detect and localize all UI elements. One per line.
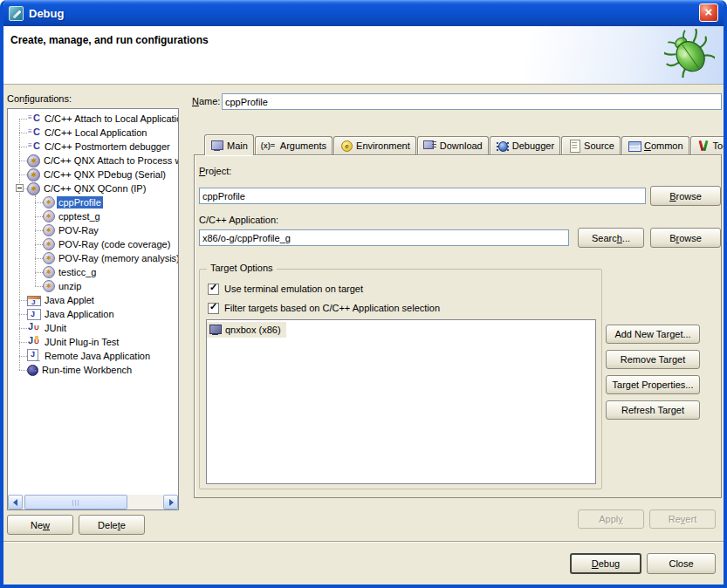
target-buttons-column: Add New Target...Remove TargetTarget Pro… — [606, 325, 700, 426]
tree-item-pov-ray-memory-analysis[interactable]: POV-Ray (memory analysis) — [8, 251, 178, 265]
qnx-config-icon — [43, 280, 55, 292]
tree-item-c-c-qnx-attach-to-process-w[interactable]: C/C++ QNX Attach to Process w — [8, 154, 178, 168]
tree-item-label: unzip — [57, 280, 83, 292]
args-icon — [261, 139, 278, 153]
qnx-config-icon — [43, 224, 55, 236]
tab-label: Source — [584, 140, 614, 151]
tree-item-label: Run-time Workbench — [40, 364, 134, 376]
tree-item-label: POV-Ray (code coverage) — [57, 238, 172, 250]
tree-item-junit[interactable]: JUnit — [8, 321, 178, 335]
dialog-body: Configurations: C/C++ Attach to Local Ap… — [3, 85, 724, 541]
terminal-emulation-checkbox[interactable] — [208, 284, 219, 295]
tree-item-c-c-qnx-qconn-ip[interactable]: C/C++ QNX QConn (IP) — [8, 181, 178, 195]
tab-bar: MainArgumentsEnvironmentDownloadDebugger… — [204, 134, 727, 155]
tree-item-label: Java Application — [43, 308, 116, 320]
tab-main[interactable]: Main — [204, 134, 254, 155]
tree-item-label: JUnit Plug-in Test — [43, 336, 120, 348]
tree-item-unzip[interactable]: unzip — [8, 279, 178, 293]
search-button[interactable]: Search... — [578, 228, 644, 248]
tree-item-label: Java Applet — [43, 294, 96, 306]
tab-arguments[interactable]: Arguments — [255, 136, 333, 154]
tab-source[interactable]: Source — [561, 136, 621, 154]
tree-item-remote-java-application[interactable]: Remote Java Application — [8, 349, 178, 363]
tree-item-java-applet[interactable]: Java Applet — [8, 293, 178, 307]
scrollbar-track[interactable] — [23, 495, 163, 509]
qnx-config-icon — [43, 196, 55, 209]
title-bar[interactable]: Debug × — [3, 0, 724, 26]
tree-item-c-c-local-application[interactable]: C/C++ Local Application — [8, 126, 178, 140]
targets-list[interactable]: qnxbox (x86) — [206, 319, 596, 484]
tab-debugger[interactable]: Debugger — [490, 136, 560, 154]
java-app-icon — [27, 309, 41, 320]
qnx-config-icon — [43, 210, 55, 222]
delete-button[interactable]: Delete — [79, 515, 145, 535]
tree-item-pov-ray-code-coverage[interactable]: POV-Ray (code coverage) — [8, 237, 178, 251]
browse-application-button[interactable]: Browse — [650, 228, 721, 248]
tree-item-label: JUnit — [43, 322, 68, 334]
tab-tools[interactable]: Tools — [690, 136, 727, 154]
qnx-target-icon — [27, 154, 40, 168]
tab-label: Debugger — [512, 140, 554, 151]
target-list-item-qnxbox-x86[interactable]: qnxbox (x86) — [207, 322, 286, 338]
tree-item-label: C/C++ Local Application — [43, 126, 148, 139]
filter-targets-checkbox[interactable] — [208, 303, 219, 314]
tree-item-c-c-attach-to-local-applicatio[interactable]: C/C++ Attach to Local Applicatio — [8, 112, 178, 126]
junit-icon — [27, 321, 41, 335]
target-options-title: Target Options — [207, 263, 277, 273]
tab-environment[interactable]: Environment — [333, 136, 416, 154]
name-input[interactable] — [222, 93, 722, 110]
tree-item-pov-ray[interactable]: POV-Ray — [8, 223, 178, 237]
browse-project-button[interactable]: Browse — [650, 186, 721, 206]
new-button[interactable]: New — [7, 515, 73, 535]
refresh-target-button[interactable]: Refresh Target — [606, 400, 700, 420]
scroll-left-arrow-icon[interactable] — [8, 495, 23, 509]
configurations-label: Configurations: — [7, 93, 72, 104]
scrollbar-thumb[interactable] — [24, 495, 127, 509]
config-tree[interactable]: C/C++ Attach to Local ApplicatioC/C++ Lo… — [7, 108, 179, 510]
tab-common[interactable]: Common — [621, 136, 689, 154]
monitor-icon — [210, 139, 224, 153]
application-input[interactable] — [199, 229, 569, 246]
close-icon[interactable]: × — [699, 3, 718, 22]
tree-item-cpptest-g[interactable]: cpptest_g — [8, 209, 178, 223]
qnx-config-icon — [43, 238, 55, 250]
tree-item-label: POV-Ray — [57, 224, 100, 236]
apply-button[interactable]: Apply — [578, 509, 644, 529]
env-icon — [339, 139, 353, 153]
tab-download[interactable]: Download — [417, 136, 489, 154]
tree-item-c-c-postmortem-debugger[interactable]: C/C++ Postmortem debugger — [8, 140, 178, 154]
tree-item-cppprofile[interactable]: cppProfile — [8, 195, 178, 209]
tree-item-label: C/C++ Postmortem debugger — [43, 140, 172, 153]
scroll-right-arrow-icon[interactable] — [163, 495, 178, 509]
workbench-icon — [27, 365, 38, 376]
name-label: Name: — [192, 96, 220, 106]
filter-targets-checkbox-row: Filter targets based on C/C++ Applicatio… — [208, 301, 440, 315]
tab-label: Arguments — [280, 140, 326, 151]
debugger-icon — [496, 139, 510, 153]
tree-collapse-minus-icon[interactable] — [16, 184, 24, 192]
tree-item-testicc-g[interactable]: testicc_g — [8, 265, 178, 279]
tree-item-junit-plug-in-test[interactable]: JUnit Plug-in Test — [8, 335, 178, 349]
target-properties-button[interactable]: Target Properties... — [606, 375, 700, 394]
junit-plugin-icon — [27, 335, 41, 349]
add-new-target-button[interactable]: Add New Target... — [606, 325, 700, 344]
tree-item-label: C/C++ Attach to Local Applicatio — [43, 113, 179, 125]
target-item-label: qnxbox (x86) — [225, 325, 281, 335]
tree-item-java-application[interactable]: Java Application — [8, 307, 178, 321]
remove-target-button[interactable]: Remove Target — [606, 350, 700, 369]
tree-item-c-c-qnx-pdebug-serial[interactable]: C/C++ QNX PDebug (Serial) — [8, 168, 178, 181]
debug-dialog-window: Debug × Create, manage, and run configur… — [0, 0, 727, 588]
debug-button[interactable]: Debug — [570, 553, 641, 574]
java-applet-icon — [27, 296, 41, 306]
revert-button[interactable]: Revert — [649, 509, 716, 529]
header-message: Create, manage, and run configurations — [10, 34, 209, 46]
tree-horizontal-scrollbar[interactable] — [8, 495, 178, 509]
close-button[interactable]: Close — [647, 553, 716, 574]
tree-item-label: Remote Java Application — [43, 350, 152, 362]
tree-item-run-time-workbench[interactable]: Run-time Workbench — [8, 363, 178, 377]
tree-item-label: C/C++ QNX QConn (IP) — [42, 182, 147, 195]
project-input[interactable] — [199, 188, 646, 204]
computer-icon — [209, 324, 222, 337]
tree-item-label: C/C++ QNX PDebug (Serial) — [42, 168, 168, 181]
tree-item-label: C/C++ QNX Attach to Process w — [42, 154, 179, 167]
